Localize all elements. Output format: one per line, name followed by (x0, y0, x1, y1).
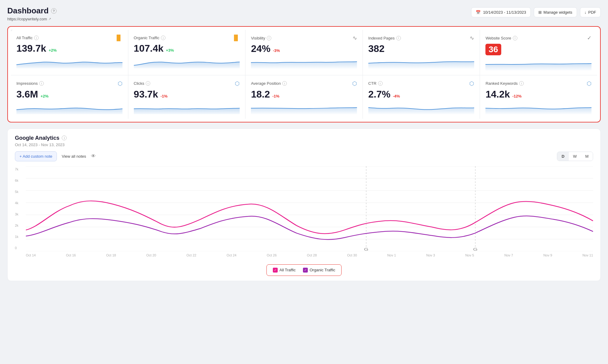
site-url-link[interactable]: https://copywritely.com (7, 17, 47, 21)
analytics-section: Google Analytics i Oct 14, 2023 - Nov 13… (7, 129, 601, 281)
organic-traffic-value: 107.4k (134, 43, 164, 53)
indexed-pages-trend-icon: ∿ (470, 35, 474, 41)
svg-text:G: G (473, 247, 478, 251)
metric-label-clicks: Clicks i (134, 81, 151, 86)
metric-label-all-traffic: All Traffic i (16, 36, 39, 40)
x-axis-labels: Oct 14 Oct 16 Oct 18 Oct 20 Oct 22 Oct 2… (26, 252, 593, 257)
legend-container: ✓ All Traffic ✓ Organic Traffic (15, 262, 593, 276)
impressions-value: 3.6M (16, 89, 38, 99)
eye-icon[interactable]: 👁 (91, 153, 96, 159)
title-info-icon[interactable]: ? (51, 8, 57, 14)
analytics-toolbar: + Add custom note View all notes 👁 D W M (15, 151, 593, 161)
metric-label-ctr: CTR i (368, 81, 383, 86)
impressions-info-icon[interactable]: i (39, 81, 44, 86)
period-btn-d[interactable]: D (557, 152, 568, 161)
impressions-sparkline (16, 102, 123, 114)
legend-check-organic-traffic: ✓ (303, 268, 308, 273)
add-custom-note-button[interactable]: + Add custom note (15, 151, 57, 161)
main-chart-svg: G G (26, 166, 593, 251)
organic-traffic-info-icon[interactable]: i (161, 36, 165, 40)
metric-label-impressions: Impressions i (16, 81, 44, 86)
metric-label-average-position: Average Position i (251, 81, 287, 86)
chart-container: G G Oct 14 Oct 16 Oct 18 Oct 20 Oct 22 O… (26, 166, 593, 257)
clicks-sparkline (134, 102, 240, 114)
widgets-icon: ⊞ (538, 10, 542, 15)
metric-card-average-position[interactable]: Average Position i ⬡ 18.2 -1% (245, 75, 363, 119)
pdf-button[interactable]: ↓ PDF (580, 7, 601, 17)
clicks-info-icon[interactable]: i (146, 81, 150, 86)
chart-legend: ✓ All Traffic ✓ Organic Traffic (266, 264, 342, 276)
svg-text:G: G (364, 247, 369, 251)
analytics-date: Oct 14, 2023 - Nov 13, 2023 (15, 143, 593, 147)
ctr-sparkline (368, 102, 474, 114)
indexed-pages-value: 382 (368, 44, 384, 53)
organic-traffic-bar-chart-icon: ▐▌ (232, 35, 240, 41)
all-traffic-bar-chart-icon: ▐▌ (115, 35, 123, 41)
metric-card-impressions[interactable]: Impressions i ⬡ 3.6M +2% (11, 75, 128, 119)
view-all-notes-button[interactable]: View all notes (62, 154, 86, 159)
metric-card-indexed-pages[interactable]: Indexed Pages i ∿ 382 (363, 30, 480, 75)
site-url: https://copywritely.com ↗ (7, 17, 57, 21)
period-btn-m[interactable]: M (581, 152, 593, 161)
metric-card-ranked-keywords[interactable]: Ranked Keywords i ⬡ 14.2k -12% (480, 75, 597, 119)
manage-widgets-button[interactable]: ⊞ Manage widgets (534, 7, 577, 17)
date-range-text: 10/14/2023 - 11/13/2023 (483, 10, 526, 15)
external-link-icon: ↗ (48, 17, 51, 21)
all-traffic-change: +2% (49, 48, 57, 53)
all-traffic-info-icon[interactable]: i (34, 36, 39, 40)
avg-position-sparkline (251, 102, 357, 114)
toolbar-left: + Add custom note View all notes 👁 (15, 151, 96, 161)
website-score-sparkline (485, 58, 592, 70)
visibility-sparkline (251, 57, 357, 69)
calendar-icon: 📅 (476, 10, 481, 15)
page-header: Dashboard ? https://copywritely.com ↗ 📅 … (7, 6, 601, 21)
legend-organic-traffic[interactable]: ✓ Organic Traffic (303, 268, 335, 273)
visibility-value: 24% (251, 44, 270, 53)
visibility-info-icon[interactable]: i (267, 36, 271, 40)
ctr-info-icon[interactable]: i (378, 81, 383, 86)
pdf-label: PDF (588, 10, 596, 15)
all-traffic-value: 139.7k (16, 43, 46, 53)
indexed-pages-info-icon[interactable]: i (396, 36, 401, 40)
legend-label-all-traffic: All Traffic (280, 268, 296, 272)
metric-card-ctr[interactable]: CTR i ⬡ 2.7% -4% (363, 75, 480, 119)
website-score-info-icon[interactable]: i (513, 36, 517, 40)
ctr-value: 2.7% (368, 89, 391, 99)
metric-card-clicks[interactable]: Clicks i ⬡ 93.7k -1% (128, 75, 245, 119)
ctr-filter-icon: ⬡ (469, 80, 474, 87)
avg-position-filter-icon: ⬡ (352, 80, 357, 87)
ranked-keywords-filter-icon: ⬡ (587, 80, 592, 87)
metric-card-organic-traffic[interactable]: Organic Traffic i ▐▌ 107.4k +3% (128, 30, 245, 75)
date-range-button[interactable]: 📅 10/14/2023 - 11/13/2023 (471, 7, 531, 17)
avg-position-info-icon[interactable]: i (282, 81, 287, 86)
page-title-area: Dashboard ? https://copywritely.com ↗ (7, 6, 57, 21)
metric-label-website-score: Website Score i (485, 36, 517, 40)
impressions-filter-icon: ⬡ (118, 80, 123, 87)
period-buttons: D W M (557, 152, 593, 161)
manage-widgets-label: Manage widgets (544, 10, 572, 15)
all-traffic-sparkline (16, 56, 123, 68)
page-wrapper: Dashboard ? https://copywritely.com ↗ 📅 … (0, 0, 608, 364)
period-btn-w[interactable]: W (569, 152, 581, 161)
analytics-header: Google Analytics i (15, 135, 593, 141)
metric-label-indexed-pages: Indexed Pages i (368, 36, 401, 40)
metrics-grid-wrapper: All Traffic i ▐▌ 139.7k +2% (7, 26, 601, 122)
website-score-check-icon: ✓ (587, 35, 592, 41)
title-text: Dashboard (7, 6, 49, 15)
analytics-info-icon[interactable]: i (62, 136, 67, 140)
metric-card-visibility[interactable]: Visibility i ∿ 24% -3% (245, 30, 363, 75)
clicks-change: -1% (161, 94, 168, 98)
analytics-title: Google Analytics (15, 135, 59, 141)
indexed-pages-sparkline (368, 57, 474, 69)
avg-position-value: 18.2 (251, 89, 270, 99)
legend-label-organic-traffic: Organic Traffic (310, 268, 335, 272)
metrics-grid: All Traffic i ▐▌ 139.7k +2% (11, 30, 597, 119)
legend-all-traffic[interactable]: ✓ All Traffic (273, 268, 296, 273)
metric-card-website-score[interactable]: Website Score i ✓ 36 (480, 30, 597, 75)
website-score-badge: 36 (485, 44, 501, 55)
ranked-keywords-info-icon[interactable]: i (519, 81, 524, 86)
clicks-value: 93.7k (134, 89, 158, 99)
organic-traffic-sparkline (134, 56, 240, 68)
metric-card-all-traffic[interactable]: All Traffic i ▐▌ 139.7k +2% (11, 30, 128, 75)
add-note-label: + Add custom note (19, 154, 52, 159)
